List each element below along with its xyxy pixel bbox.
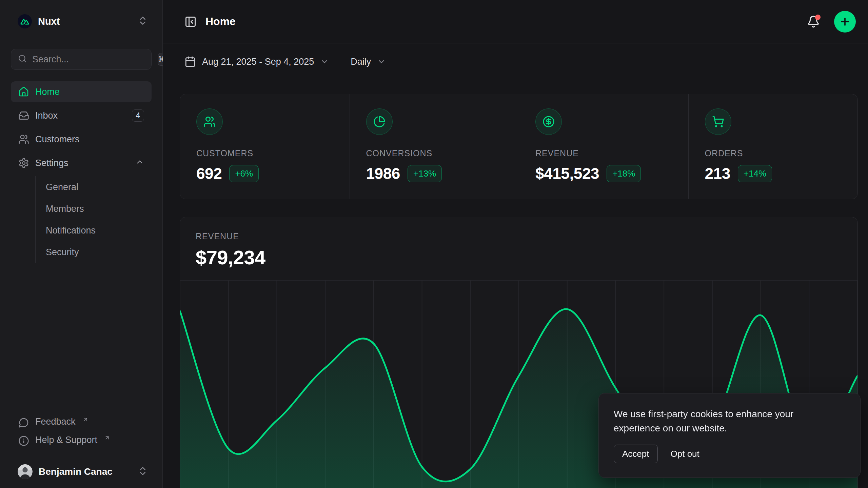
user-menu[interactable]: Benjamin Canac bbox=[11, 462, 152, 479]
calendar-icon bbox=[184, 56, 196, 67]
inbox-count-badge: 4 bbox=[132, 109, 144, 122]
stat-customers[interactable]: CUSTOMERS 692 +6% bbox=[180, 94, 350, 199]
pie-chart-icon bbox=[366, 108, 393, 135]
sidebar-toggle-icon[interactable] bbox=[184, 16, 197, 28]
stat-delta-badge: +14% bbox=[738, 165, 772, 182]
sidebar-nav: Home Inbox 4 Customers Settings General bbox=[11, 81, 152, 265]
stat-value: 1986 bbox=[366, 164, 400, 183]
stat-label: CONVERSIONS bbox=[366, 148, 503, 158]
stat-delta-badge: +18% bbox=[607, 165, 641, 182]
accept-button[interactable]: Accept bbox=[614, 445, 658, 463]
filters-toolbar: Aug 21, 2025 - Sep 4, 2025 Daily bbox=[163, 43, 868, 80]
nuxt-logo-icon bbox=[18, 14, 32, 28]
workspace-switcher[interactable]: Nuxt bbox=[11, 14, 152, 28]
sidebar-item-members[interactable]: Members bbox=[46, 198, 152, 220]
home-icon bbox=[18, 86, 29, 97]
sidebar-item-settings[interactable]: Settings bbox=[11, 152, 152, 174]
search-input[interactable] bbox=[32, 54, 152, 65]
sidebar-footer: Feedback Help & Support Benjamin Canac bbox=[11, 413, 152, 479]
sidebar-item-label: Home bbox=[35, 87, 60, 97]
add-button[interactable] bbox=[834, 11, 856, 33]
feedback-link[interactable]: Feedback bbox=[11, 413, 152, 431]
chevron-down-icon bbox=[377, 57, 386, 66]
settings-subnav: General Members Notifications Security bbox=[35, 176, 152, 263]
sidebar-item-general[interactable]: General bbox=[46, 176, 152, 198]
chevron-down-icon bbox=[320, 57, 329, 66]
date-range-picker[interactable]: Aug 21, 2025 - Sep 4, 2025 bbox=[184, 56, 329, 67]
sidebar-item-customers[interactable]: Customers bbox=[11, 129, 152, 150]
sidebar-item-label: Customers bbox=[35, 134, 80, 145]
sidebar-item-home[interactable]: Home bbox=[11, 81, 152, 102]
stats-cards: CUSTOMERS 692 +6% CONVERSIONS 1986 +13% bbox=[180, 94, 858, 199]
opt-out-button[interactable]: Opt out bbox=[663, 445, 708, 463]
stat-value: $415,523 bbox=[535, 164, 599, 183]
stat-label: REVENUE bbox=[535, 148, 672, 158]
sidebar-item-security[interactable]: Security bbox=[46, 241, 152, 263]
chevrons-up-down-icon bbox=[137, 15, 148, 27]
shopping-cart-icon bbox=[705, 108, 731, 135]
page-header: Home bbox=[163, 0, 868, 43]
stat-label: ORDERS bbox=[705, 148, 842, 158]
plus-icon bbox=[839, 16, 851, 27]
gear-icon bbox=[18, 158, 29, 168]
stat-value: 692 bbox=[196, 164, 222, 183]
stat-delta-badge: +13% bbox=[408, 165, 442, 182]
sidebar-item-label: Settings bbox=[35, 158, 68, 168]
workspace-name: Nuxt bbox=[38, 16, 60, 27]
stat-label: CUSTOMERS bbox=[196, 148, 333, 158]
chevrons-up-down-icon bbox=[137, 466, 148, 478]
external-link-icon bbox=[104, 433, 110, 443]
sidebar-item-inbox[interactable]: Inbox 4 bbox=[11, 105, 152, 126]
sidebar: Nuxt ⌘ K Home Inbox 4 bbox=[0, 0, 163, 488]
stat-delta-badge: +6% bbox=[229, 165, 259, 182]
notification-dot bbox=[815, 15, 821, 20]
stat-orders[interactable]: ORDERS 213 +14% bbox=[688, 94, 858, 199]
users-icon bbox=[18, 134, 29, 145]
chevron-up-icon bbox=[135, 158, 144, 169]
sidebar-item-label: Inbox bbox=[35, 110, 58, 121]
avatar bbox=[18, 464, 33, 479]
notifications-button[interactable] bbox=[807, 15, 820, 28]
cookie-banner: We use first-party cookies to enhance yo… bbox=[598, 393, 861, 478]
message-circle-icon bbox=[18, 417, 29, 428]
revenue-label: REVENUE bbox=[196, 231, 842, 241]
cookie-message: We use first-party cookies to enhance yo… bbox=[614, 407, 837, 435]
stat-value: 213 bbox=[705, 164, 730, 183]
help-support-link[interactable]: Help & Support bbox=[11, 431, 152, 450]
inbox-icon bbox=[18, 110, 29, 121]
user-name: Benjamin Canac bbox=[39, 466, 113, 477]
search-input-wrap[interactable]: ⌘ K bbox=[11, 49, 152, 70]
granularity-select[interactable]: Daily bbox=[351, 57, 386, 67]
users-icon bbox=[196, 108, 223, 135]
stat-revenue[interactable]: REVENUE $415,523 +18% bbox=[519, 94, 688, 199]
external-link-icon bbox=[82, 414, 88, 425]
header-actions bbox=[807, 11, 856, 33]
dollar-circle-icon bbox=[535, 108, 562, 135]
divider bbox=[0, 456, 162, 456]
page-title: Home bbox=[205, 15, 236, 28]
revenue-value: $79,234 bbox=[196, 246, 842, 269]
sidebar-item-notifications[interactable]: Notifications bbox=[46, 220, 152, 241]
info-circle-icon bbox=[18, 435, 29, 446]
stat-conversions[interactable]: CONVERSIONS 1986 +13% bbox=[350, 94, 519, 199]
search-icon bbox=[18, 54, 27, 64]
